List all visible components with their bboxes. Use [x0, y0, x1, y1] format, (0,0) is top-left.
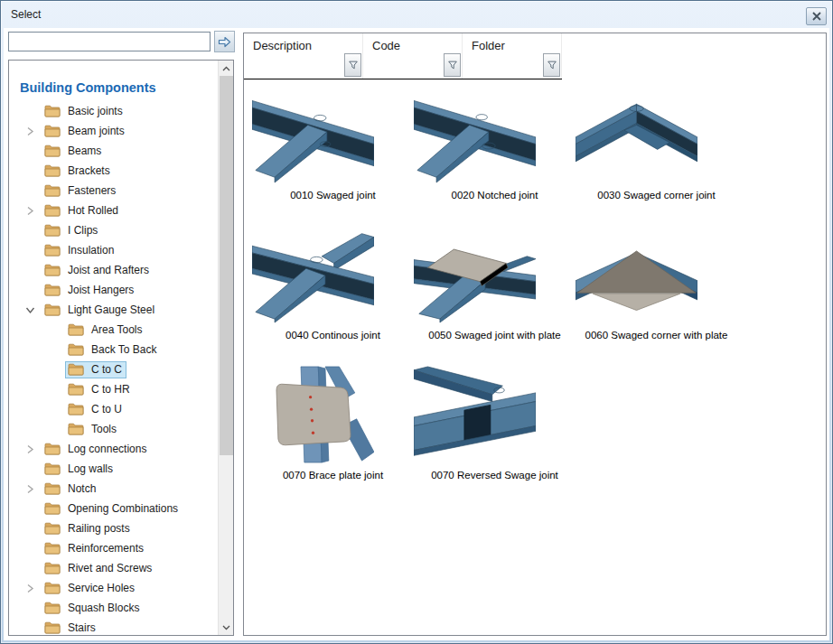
tree-item[interactable]: Fasteners: [9, 181, 218, 201]
arrow-right-icon: [218, 36, 231, 48]
scrollbar-thumb[interactable]: [220, 76, 233, 455]
tree-item-label: Rivet and Screws: [68, 562, 152, 574]
tree-item[interactable]: Squash Blocks: [9, 598, 218, 618]
tree-item[interactable]: Rivet and Screws: [9, 558, 218, 578]
tree-item[interactable]: I Clips: [9, 220, 218, 240]
tree-item[interactable]: Reinforcements: [9, 538, 218, 558]
tree-item-label: Insulation: [68, 244, 114, 257]
filter-button[interactable]: [543, 53, 560, 77]
tree-item[interactable]: Beam joints: [9, 121, 218, 141]
folder-icon: [68, 383, 88, 397]
folder-icon: [44, 582, 64, 595]
component-item[interactable]: 0040 Continous joint: [252, 225, 414, 360]
filter-button[interactable]: [344, 53, 361, 77]
folder-icon: [44, 145, 64, 158]
component-item[interactable]: 0010 Swaged joint: [252, 85, 414, 220]
close-button[interactable]: [806, 7, 827, 25]
folder-icon: [44, 244, 64, 257]
scrollbar-up-button[interactable]: [219, 61, 234, 76]
tree-item-label: Joist and Rafters: [68, 264, 149, 276]
component-item[interactable]: 0070 Reversed Swage joint: [414, 365, 576, 500]
chevron-icon: [18, 283, 42, 297]
tree-item[interactable]: Opening Combinations: [9, 499, 218, 518]
tree-item-label: Beam joints: [68, 125, 125, 137]
component-item-label: 0070 Brace plate joint: [252, 470, 414, 481]
tree-item[interactable]: Tools: [9, 419, 218, 439]
folder-icon: [44, 284, 64, 297]
folder-icon: [44, 462, 64, 476]
chevron-icon: [18, 521, 42, 536]
tree-item[interactable]: Notch: [9, 479, 218, 499]
column-header[interactable]: Code: [363, 33, 463, 79]
component-item-label: 0010 Swaged joint: [252, 190, 414, 201]
chevron-down-icon[interactable]: [18, 303, 42, 317]
tree-item-label: C to C: [91, 363, 122, 376]
tree-item-label: Squash Blocks: [68, 602, 139, 614]
tree-item[interactable]: Log connections: [9, 439, 218, 459]
folder-icon: [68, 323, 88, 337]
tree-item-label: Light Gauge Steel: [68, 303, 154, 316]
tree-item[interactable]: Hot Rolled: [9, 201, 218, 220]
search-go-button[interactable]: [214, 31, 235, 52]
tree-item[interactable]: Beams: [9, 141, 218, 161]
chevron-icon: [18, 183, 42, 198]
tree-item[interactable]: Railing posts: [9, 518, 218, 538]
chevron-icon: [42, 402, 65, 416]
chevron-icon: [42, 382, 65, 397]
filter-button[interactable]: [444, 53, 461, 77]
component-item[interactable]: 0050 Swaged joint with plate: [414, 225, 576, 360]
tree-item[interactable]: Light Gauge Steel: [9, 300, 218, 320]
chevron-right-icon[interactable]: [18, 124, 42, 138]
folder-icon: [44, 105, 64, 118]
component-item-label: 0050 Swaged joint with plate: [414, 330, 576, 341]
tree-item[interactable]: Joist and Rafters: [9, 260, 218, 280]
filter-funnel-icon: [547, 60, 557, 70]
component-item[interactable]: 0020 Notched joint: [414, 85, 576, 220]
tree-item[interactable]: C to C: [9, 359, 218, 379]
tree-root-label[interactable]: Building Components: [20, 80, 156, 95]
tree-item[interactable]: Insulation: [9, 240, 218, 260]
component-tree-panel: Building Components Basic joints Beam jo…: [8, 60, 234, 636]
chevron-icon: [18, 163, 42, 178]
folder-icon: [44, 562, 64, 575]
component-item[interactable]: 0070 Brace plate joint: [252, 365, 414, 500]
brace-plate-thumbnail: [252, 365, 414, 468]
folder-icon: [44, 542, 64, 555]
tree-item[interactable]: Brackets: [9, 161, 218, 181]
component-item[interactable]: 0030 Swaged corner joint: [576, 85, 737, 220]
search-input[interactable]: [8, 32, 211, 51]
tree-item[interactable]: Back To Back: [9, 340, 218, 359]
tree-item[interactable]: Basic joints: [9, 101, 218, 121]
chevron-right-icon[interactable]: [18, 581, 42, 595]
tree-item-label: Notch: [68, 482, 96, 495]
folder-icon: [44, 502, 64, 516]
tree-item-label: Tools: [91, 423, 117, 435]
tree-item[interactable]: Stairs: [9, 618, 218, 636]
column-header[interactable]: Description: [244, 33, 363, 79]
folder-icon: [44, 264, 64, 277]
folder-icon: [44, 443, 64, 456]
tree-item[interactable]: Joist Hangers: [9, 280, 218, 300]
tree-item-label: Back To Back: [91, 343, 156, 356]
chevron-right-icon[interactable]: [18, 442, 42, 456]
chevron-right-icon[interactable]: [18, 203, 42, 218]
folder-icon: [44, 224, 64, 238]
tree-item[interactable]: Service Holes: [9, 578, 218, 598]
column-header[interactable]: Folder: [463, 33, 562, 79]
folder-icon: [44, 184, 64, 198]
component-item[interactable]: 0060 Swaged corner with plate: [576, 225, 737, 360]
title-bar[interactable]: Select: [1, 1, 832, 28]
tree-item[interactable]: C to U: [9, 399, 218, 419]
chevron-right-icon[interactable]: [18, 481, 42, 496]
scrollbar-down-button[interactable]: [219, 620, 234, 635]
chevron-icon: [18, 104, 42, 118]
select-dialog: Select Building Components Basic joints …: [0, 0, 833, 644]
tree-item[interactable]: C to HR: [9, 379, 218, 399]
tree-item[interactable]: Area Tools: [9, 320, 218, 340]
tree-item-label: Beams: [68, 145, 101, 157]
tree-scrollbar[interactable]: [218, 61, 233, 635]
tree-item[interactable]: Log walls: [9, 459, 218, 479]
continuous-cross-thumbnail: [252, 225, 414, 328]
tree-item-label: Hot Rolled: [68, 204, 118, 217]
component-list-panel: Description Code Folder 0010 Swaged join…: [243, 33, 827, 636]
